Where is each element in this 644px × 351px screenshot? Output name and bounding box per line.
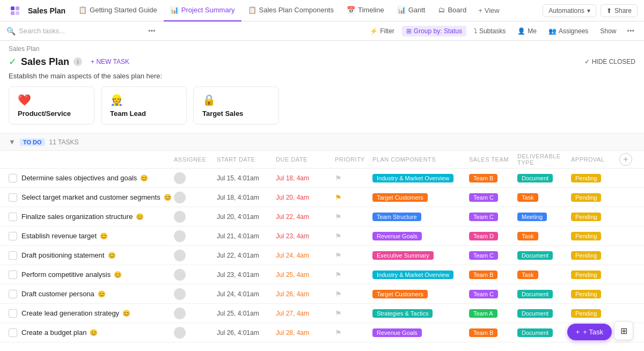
task-name-text: Determine sales objectives and goals: [21, 174, 137, 182]
task-row[interactable]: Draft positioning statement 😊 Jul 22, 4:…: [0, 246, 644, 265]
search-input[interactable]: [19, 27, 141, 35]
float-dots-btn[interactable]: ⊞: [614, 321, 633, 340]
svg-rect-0: [11, 6, 14, 10]
task-row[interactable]: Establish revenue target 😊 Jul 21, 4:01a…: [0, 226, 644, 246]
assignees-btn[interactable]: 👥 Assignees: [544, 26, 592, 36]
tab-project-summary[interactable]: 📊 Project Summary: [164, 0, 241, 21]
due-date-cell: Jul 28, 4am: [276, 329, 335, 337]
deliverable-badge: Document: [517, 174, 553, 182]
deliverable-cell: Task: [517, 193, 571, 202]
approval-badge: Pending: [571, 309, 601, 318]
card-team-lead[interactable]: 👷 Team Lead: [101, 86, 187, 125]
filter-btn[interactable]: ⚡ Filter: [365, 26, 399, 36]
approval-cell: Pending: [571, 193, 619, 202]
priority-cell: ⚑: [335, 232, 372, 240]
more-options-btn[interactable]: •••: [145, 25, 159, 36]
avatar: [174, 288, 186, 300]
filter-icon: ⚡: [370, 27, 378, 35]
plan-badge: Industry & Market Overview: [372, 174, 453, 182]
task-row[interactable]: Perform competitive analysis 😊 Jul 23, 4…: [0, 265, 644, 284]
subtasks-btn[interactable]: ⤵ Subtasks: [470, 26, 510, 36]
card-target-sales[interactable]: 🔒 Target Sales: [193, 86, 279, 125]
card-label-target-sales: Target Sales: [202, 109, 270, 118]
task-checkbox[interactable]: [9, 270, 17, 279]
plan-components-cell: Revenue Goals: [372, 328, 469, 337]
task-row[interactable]: Create lead generation strategy 😊 Jul 25…: [0, 304, 644, 323]
section-toggle[interactable]: ▼: [9, 138, 16, 146]
task-emoji: 😊: [100, 232, 108, 240]
task-row[interactable]: Select target market and customer segmen…: [0, 188, 644, 207]
add-task-float-btn[interactable]: + + Task: [567, 324, 612, 340]
tab-board-icon: 🗂: [438, 6, 445, 14]
deliverable-cell: Task: [517, 232, 571, 240]
search-box: 🔍: [6, 27, 141, 35]
card-product-service[interactable]: ❤️ Product/Service: [9, 86, 94, 125]
group-by-btn[interactable]: ⊞ Group by: Status: [402, 26, 466, 36]
task-name: Select target market and customer segmen…: [21, 193, 174, 201]
task-name-text: Create a budget plan: [21, 328, 86, 337]
start-date-cell: Jul 23, 4:01am: [217, 271, 276, 279]
approval-cell: Pending: [571, 309, 619, 318]
team-badge: Team B: [469, 270, 497, 279]
task-checkbox[interactable]: [9, 328, 17, 337]
approval-cell: Pending: [571, 270, 619, 279]
tab-project-summary-icon: 📊: [170, 6, 179, 14]
tab-sales-plan-components[interactable]: 📋 Sales Plan Components: [241, 0, 340, 21]
avatar: [174, 308, 186, 319]
section-header: ▼ TO DO 11 TASKS: [0, 133, 644, 151]
plus-icon: +: [576, 328, 580, 336]
task-row[interactable]: Determine sales objectives and goals 😊 J…: [0, 169, 644, 188]
plan-components-cell: Industry & Market Overview: [372, 174, 469, 182]
tab-gantt[interactable]: 📊 Gantt: [391, 0, 432, 21]
task-row[interactable]: Create a budget plan 😊 Jul 26, 4:01am Ju…: [0, 323, 644, 342]
task-checkbox[interactable]: [9, 193, 17, 202]
share-btn[interactable]: ⬆ Share: [601, 4, 638, 17]
priority-cell: ⚑: [335, 251, 372, 260]
deliverable-badge: Document: [517, 251, 553, 260]
task-checkbox[interactable]: [9, 251, 17, 260]
task-name-text: Create lead generation strategy: [21, 309, 119, 317]
assignee-cell: [174, 192, 217, 203]
toolbar: 🔍 ••• ⚡ Filter ⊞ Group by: Status ⤵ Subt…: [0, 21, 644, 41]
svg-rect-1: [16, 6, 19, 10]
task-row[interactable]: Finalize sales organization structure 😊 …: [0, 207, 644, 226]
automations-btn[interactable]: Automations ▾: [543, 4, 596, 17]
tab-getting-started[interactable]: 📋 Getting Started Guide: [72, 0, 164, 21]
team-badge: Team C: [469, 290, 498, 298]
approval-badge: Pending: [571, 193, 601, 202]
deliverable-badge: Task: [517, 270, 538, 279]
nav-tabs: 📋 Getting Started Guide 📊 Project Summar…: [72, 0, 543, 21]
tab-board[interactable]: 🗂 Board: [431, 0, 473, 21]
add-col-btn[interactable]: +: [619, 153, 632, 166]
task-emoji: 😊: [136, 213, 144, 221]
tab-timeline[interactable]: 📅 Timeline: [340, 0, 391, 21]
task-checkbox[interactable]: [9, 290, 17, 298]
deliverable-cell: Document: [517, 290, 571, 298]
task-checkbox[interactable]: [9, 232, 17, 240]
app-icon: [6, 2, 24, 19]
hide-closed-btn[interactable]: ✓ HIDE CLOSED: [584, 58, 635, 65]
plan-badge: Executive Summary: [372, 251, 434, 260]
sales-team-cell: Team B: [469, 328, 517, 337]
priority-flag-icon: ⚑: [335, 251, 342, 260]
task-checkbox[interactable]: [9, 309, 17, 318]
task-name: Draft positioning statement 😊: [21, 251, 174, 259]
show-btn[interactable]: Show: [596, 26, 620, 36]
me-btn[interactable]: 👤 Me: [513, 26, 541, 36]
sales-team-cell: Team B: [469, 174, 517, 182]
task-checkbox[interactable]: [9, 174, 17, 182]
plan-badge: Strategies & Tactics: [372, 309, 433, 318]
task-name-text: Perform competitive analysis: [21, 270, 111, 279]
col-header-deliverable: DELIVERABLE TYPE: [517, 153, 571, 166]
task-checkbox[interactable]: [9, 213, 17, 221]
avatar: [174, 211, 186, 223]
card-label-product: Product/Service: [18, 109, 85, 118]
add-view-btn[interactable]: + View: [473, 6, 505, 14]
task-name: Perform competitive analysis 😊: [21, 270, 174, 279]
task-emoji: 😊: [164, 194, 172, 201]
toolbar-more-btn[interactable]: •••: [624, 25, 638, 36]
deliverable-cell: Meeting: [517, 213, 571, 221]
info-icon[interactable]: i: [74, 57, 82, 66]
task-row[interactable]: Draft customer persona 😊 Jul 24, 4:01am …: [0, 284, 644, 304]
new-task-btn[interactable]: + NEW TASK: [91, 58, 129, 65]
